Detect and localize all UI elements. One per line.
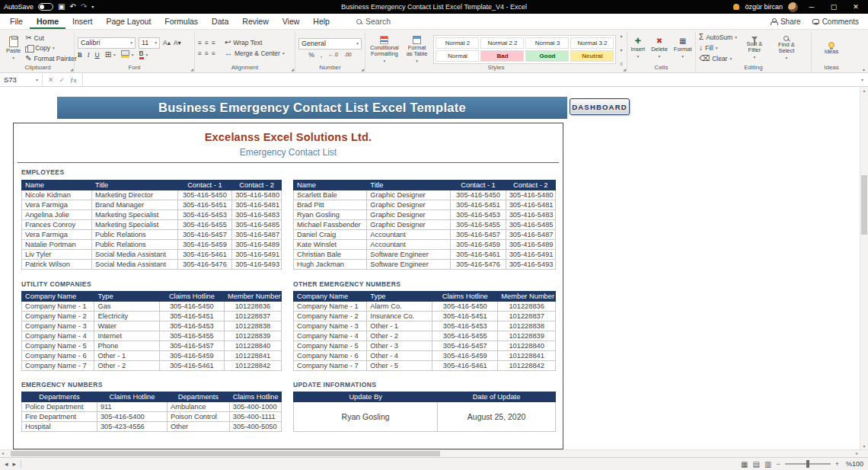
user-name[interactable]: özgür bircan [745,3,783,11]
table-cell[interactable]: Social Media Assistant [92,250,178,260]
table-cell[interactable]: 305-416-5480 [232,190,282,200]
table-cell[interactable]: 305-416-5485 [232,220,282,230]
table-cell[interactable]: Graphic Designer [367,190,451,200]
align-bottom-button[interactable]: ≡ [212,39,215,46]
table-cell[interactable]: Software Engineer [367,260,451,270]
autosum-button[interactable]: ΣAutoSum▾ [699,33,737,42]
table-row[interactable]: Company Name - 1Alarm Co.305-416-5450101… [294,302,556,312]
table-row[interactable]: Brad PittGraphic Designer305-416-5451305… [294,200,556,210]
table-row[interactable]: Hugh JackmanSoftware Engineer305-416-547… [294,260,556,270]
table-cell[interactable]: Kate Winslet [294,240,367,250]
table-cell[interactable]: Graphic Designer [367,210,451,220]
paste-button[interactable]: Paste ▾ [5,35,22,61]
table-row[interactable]: Company Name - 4Other - 2305-416-5455101… [294,331,556,341]
zoom-out-icon[interactable]: − [776,460,780,468]
table-cell[interactable]: 305-416-5457 [177,230,232,240]
table-cell[interactable]: 305-416-5457 [451,230,506,240]
delete-cells-button[interactable]: ✖ Delete ▾ [649,37,669,59]
table-row[interactable]: Company Name - 6Other - 4305-416-5459101… [294,351,556,361]
table-cell[interactable]: Hospital [22,422,97,432]
vertical-scrollbar[interactable]: ▴ ▾ [860,87,868,449]
table-cell[interactable]: 305-416-5461 [451,250,506,260]
table-cell[interactable]: 101228836 [498,302,556,312]
table-cell[interactable]: Patrick Wilson [22,260,92,270]
tab-file[interactable]: File [3,14,30,29]
insert-function-icon[interactable]: ƒx [70,76,77,84]
table-cell[interactable]: Public Relations [92,240,178,250]
table-row[interactable]: Nicole KidmanMarketing Director305-416-5… [22,190,282,200]
wrap-text-button[interactable]: ↩Wrap Text [225,38,262,47]
table-row[interactable]: Ryan GoslingAugust 25, 2020 [294,402,556,432]
scroll-down-icon[interactable]: ▾ [860,443,868,449]
table-cell[interactable]: Company Name - 3 [22,321,94,331]
align-left-button[interactable]: ≡ [198,50,202,57]
table-cell[interactable]: Ryan Gosling [294,210,367,220]
gallery-down-icon[interactable]: ▾ [620,47,623,53]
table-row[interactable]: Company Name - 3Water305-416-54531012288… [22,321,282,331]
collapse-ribbon-icon[interactable]: ▴ [863,66,865,72]
cut-button[interactable]: ✂Cut [25,34,77,43]
table-cell[interactable]: 305-416-5453 [432,321,498,331]
table-cell[interactable]: 305-416-5483 [506,210,555,220]
borders-button[interactable]: ⊞▾ [105,50,116,59]
table-row[interactable]: Company Name - 5Phone305-416-54571012288… [22,341,282,351]
table-row[interactable]: Company Name - 2Electricity305-416-54511… [22,312,282,321]
vertical-scroll-thumb[interactable] [861,175,867,235]
table-cell[interactable]: 305-416-5457 [159,341,224,351]
tab-data[interactable]: Data [205,14,235,29]
table-row[interactable]: Daniel CraigAccountant305-416-5457305-41… [294,230,556,240]
table-row[interactable]: Patrick WilsonSocial Media Assistant305-… [22,260,282,270]
table-row[interactable]: Natalie PortmanPublic Relations305-416-5… [22,240,282,250]
table-cell[interactable]: 305-416-5455 [177,220,232,230]
table-cell[interactable]: Gas [94,302,159,312]
table-cell[interactable]: 101228840 [498,341,556,351]
table-cell[interactable]: 305-416-5483 [232,210,282,220]
table-cell[interactable]: 101228836 [224,302,281,312]
table-row[interactable]: Company Name - 3Other - 1305-416-5453101… [294,321,556,331]
table-cell[interactable]: Water [94,321,159,331]
table-cell[interactable]: 305-400-5050 [229,422,281,432]
fill-color-button[interactable]: ▾ [121,50,134,59]
table-row[interactable]: Company Name - 2Insurance Co.305-416-545… [294,312,556,321]
cell-style-normal-2[interactable]: Normal 2 [436,37,479,49]
redo-icon[interactable]: ↷ [81,0,87,14]
cell-style-normal-2-2[interactable]: Normal 2 2 [480,37,524,49]
font-color-button[interactable]: B▾ [139,50,148,59]
table-cell[interactable]: Company Name - 1 [294,302,367,312]
cell-style-normal-3-2[interactable]: Normal 3 2 [570,37,614,49]
table-row[interactable]: Scarlett BaleGraphic Designer305-416-545… [294,190,556,200]
table-cell[interactable]: 305-416-5455 [451,220,506,230]
table-cell[interactable]: 305-416-5476 [177,260,232,270]
tab-home[interactable]: Home [30,14,65,29]
share-button[interactable]: Share [771,18,801,26]
font-family-select[interactable]: Calibri▾ [78,37,136,49]
zoom-slider-thumb[interactable] [806,460,809,468]
table-row[interactable]: Liv TylerSocial Media Assistant305-416-5… [22,250,282,260]
table-cell[interactable]: Company Name - 2 [294,312,367,321]
table-cell[interactable]: 305-400-1111 [229,412,281,422]
table-cell[interactable]: Company Name - 4 [294,331,367,341]
table-cell[interactable]: Social Media Assistant [92,260,178,270]
table-cell[interactable]: Brand Manager [92,200,178,210]
table-cell[interactable]: 305-416-5461 [432,361,498,371]
table-cell[interactable]: 101228838 [224,321,281,331]
table-cell[interactable]: Frances Conroy [22,220,92,230]
table-cell[interactable]: 305-416-5493 [506,260,555,270]
normal-view-icon[interactable]: ▦ [741,460,748,468]
table-cell[interactable]: Vera Farmiga [22,230,92,240]
format-painter-button[interactable]: ✎Format Painter [25,54,77,63]
table-cell[interactable]: 305-416-5489 [232,240,282,250]
table-cell[interactable]: 305-416-5491 [506,250,555,260]
table-cell[interactable]: Christian Bale [294,250,367,260]
table-cell[interactable]: 101228840 [224,341,281,351]
table-cell[interactable]: Other - 3 [367,341,432,351]
cell-style-normal-3[interactable]: Normal 3 [525,37,569,49]
table-cell[interactable]: 305-416-5459 [432,351,498,361]
table-row[interactable]: Christian BaleSoftware Engineer305-416-5… [294,250,556,260]
table-cell[interactable]: 305-416-5476 [451,260,506,270]
table-cell[interactable]: Graphic Designer [367,200,451,210]
table-cell[interactable]: 305-416-5457 [432,341,498,351]
table-cell[interactable]: 305-416-5453 [159,321,224,331]
table-cell[interactable]: 305-423-4556 [97,422,167,432]
table-cell[interactable]: Software Engineer [367,250,451,260]
